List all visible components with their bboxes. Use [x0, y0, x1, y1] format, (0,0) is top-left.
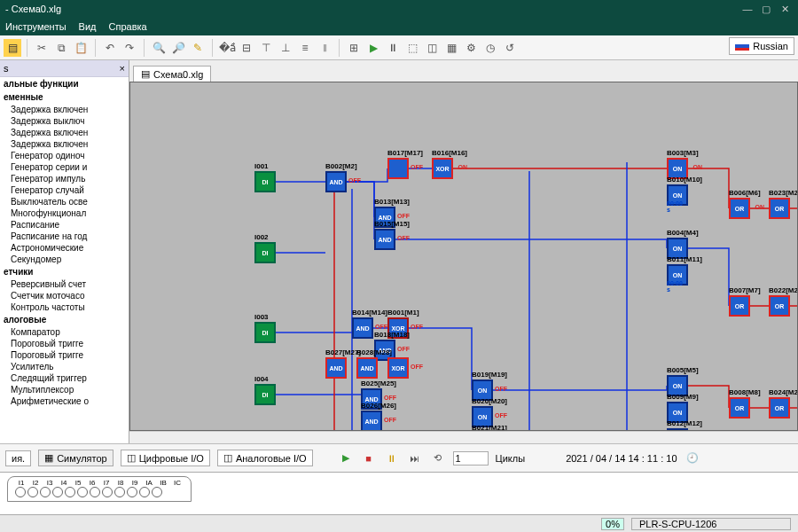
block-B016[interactable]: B016[M16]XORON	[432, 158, 453, 179]
io-led[interactable]	[65, 487, 75, 497]
sim-stop-icon[interactable]: ■	[361, 450, 377, 466]
block-I002[interactable]: I002DI	[254, 242, 276, 263]
block-B014[interactable]: B014[M14]ANDOFF	[352, 317, 373, 339]
side-item[interactable]: Секундомер	[0, 254, 129, 265]
copy-icon[interactable]: ⧉	[52, 39, 70, 57]
block-B007[interactable]: B007[M7]OR	[729, 295, 750, 317]
menu-view[interactable]: Вид	[79, 21, 97, 32]
side-item[interactable]: Задержка включен	[0, 127, 129, 138]
io-led[interactable]	[127, 487, 137, 497]
side-item[interactable]: Многофункционал	[0, 207, 129, 219]
cycles-input[interactable]	[453, 451, 489, 466]
new-icon[interactable]: ▤	[4, 39, 21, 57]
io-led[interactable]	[152, 487, 162, 497]
history-icon[interactable]: ↺	[501, 39, 519, 57]
block-B006[interactable]: B006[M6]ORON	[729, 198, 750, 219]
side-item[interactable]: Расписание	[0, 219, 129, 231]
menu-help[interactable]: Справка	[109, 21, 147, 32]
io-led[interactable]	[15, 487, 26, 497]
minimize-button[interactable]: —	[739, 4, 755, 14]
dist-v-icon[interactable]: ⦀	[316, 39, 333, 57]
run-icon[interactable]: ▶	[364, 39, 382, 57]
grid-icon[interactable]: ⊞	[345, 39, 363, 57]
io-led[interactable]	[90, 487, 100, 497]
table-icon[interactable]: ▦	[442, 39, 460, 57]
select-icon[interactable]: ⬚	[403, 39, 421, 57]
side-item[interactable]: Арифметические о	[0, 395, 129, 407]
block-I001[interactable]: I001DI	[254, 171, 276, 192]
side-item[interactable]: Контроль частоты	[0, 301, 129, 313]
block-B026[interactable]: B026[M26]ANDOFF	[361, 411, 382, 431]
block-B024[interactable]: B024[M24]OR	[769, 397, 790, 419]
align-r-icon[interactable]: ⊟	[238, 39, 255, 57]
canvas-scroll-h[interactable]	[129, 431, 798, 443]
align-l-icon[interactable]: �ầ	[218, 39, 236, 57]
block-B008[interactable]: B008[M8]OR	[729, 397, 750, 419]
block-B028[interactable]: B028[M28]AND	[356, 357, 378, 379]
simtab-analog-io[interactable]: ◫ Аналоговые I/O	[217, 450, 313, 466]
sim-play-icon[interactable]: ▶	[338, 450, 354, 466]
io-led[interactable]	[77, 487, 88, 497]
menu-tools[interactable]: Инструменты	[5, 21, 66, 32]
dist-h-icon[interactable]: ≡	[296, 39, 314, 57]
simtab-digital-io[interactable]: ◫ Цифровые I/O	[121, 450, 210, 466]
highlight-icon[interactable]: ✎	[189, 39, 207, 57]
block-B012[interactable]: B012[M12]ON	[667, 428, 688, 431]
block-B027[interactable]: B027[M27]AND	[325, 357, 347, 379]
io-led[interactable]	[102, 487, 113, 497]
block-I004[interactable]: I004DI	[254, 384, 276, 405]
simtab-iya[interactable]: ия.	[5, 450, 31, 466]
zoom-out-icon[interactable]: 🔎	[169, 39, 187, 57]
block-B011[interactable]: B011[M11]ON00:00 s	[667, 264, 688, 286]
block-B023[interactable]: B023[M23]OR	[769, 198, 790, 219]
io-led[interactable]	[114, 487, 125, 497]
sim-reset-icon[interactable]: ⟲	[430, 450, 446, 466]
zoom-in-icon[interactable]: 🔍	[150, 39, 168, 57]
chart-icon[interactable]: ◫	[423, 39, 441, 57]
maximize-button[interactable]: ▢	[758, 4, 774, 15]
side-item[interactable]: Генератор серии и	[0, 161, 129, 173]
side-item[interactable]: Расписание на год	[0, 231, 129, 242]
side-close-icon[interactable]: ×	[120, 63, 125, 74]
cut-icon[interactable]: ✂	[33, 39, 51, 57]
side-item[interactable]: Задержка выключ	[0, 115, 129, 127]
side-item[interactable]: Генератор импуль	[0, 173, 129, 184]
paste-icon[interactable]: 📋	[72, 39, 90, 57]
block-B002[interactable]: B002[M2]ANDOFF	[325, 171, 347, 192]
redo-icon[interactable]: ↷	[121, 39, 138, 57]
io-led[interactable]	[40, 487, 51, 497]
sim-step-icon[interactable]: ⏭	[407, 450, 423, 466]
side-item[interactable]: Пороговый тригге	[0, 338, 129, 349]
side-item[interactable]: Генератор одиноч	[0, 150, 129, 161]
side-item[interactable]: Задержка включен	[0, 138, 129, 150]
side-item[interactable]: Счетчик моточасо	[0, 290, 129, 301]
block-B015[interactable]: B015[M15]ANDOFF	[374, 229, 395, 250]
side-item[interactable]: Реверсивный счет	[0, 278, 129, 290]
io-led[interactable]	[139, 487, 150, 497]
close-button[interactable]: ✕	[777, 4, 793, 15]
schematic-canvas[interactable]: I001DII002DII003DII004DIB002[M2]ANDOFFB0…	[129, 82, 798, 431]
side-item[interactable]: Генератор случай	[0, 184, 129, 196]
io-led[interactable]	[27, 487, 38, 497]
side-item[interactable]: Усилитель	[0, 361, 129, 372]
block-B017[interactable]: B017[M17]OFF	[387, 158, 409, 179]
props-icon[interactable]: ⚙	[462, 39, 480, 57]
sim-clock-icon[interactable]: 🕘	[685, 450, 700, 466]
block-I003[interactable]: I003DI	[254, 322, 276, 343]
side-item[interactable]: Астрономические	[0, 242, 129, 254]
block-B010[interactable]: B010[M10]ON00:00 s	[667, 184, 688, 206]
align-b-icon[interactable]: ⊥	[277, 39, 294, 57]
align-t-icon[interactable]: ⊤	[257, 39, 275, 57]
language-selector[interactable]: Russian	[729, 37, 794, 55]
sim-pause-icon[interactable]: ⏸	[384, 450, 400, 466]
side-item[interactable]: Следящий триггер	[0, 372, 129, 384]
side-item[interactable]: Задержка включен	[0, 104, 129, 115]
undo-icon[interactable]: ↶	[101, 39, 119, 57]
clock-icon[interactable]: ◷	[481, 39, 499, 57]
side-item[interactable]: Мультиплексор	[0, 384, 129, 395]
io-led[interactable]	[52, 487, 63, 497]
block-B022[interactable]: B022[M22]OR	[769, 295, 790, 317]
tab-schema0[interactable]: ▤ Схема0.xlg	[133, 66, 211, 82]
side-item[interactable]: Компаратор	[0, 326, 129, 338]
block-B029[interactable]: XOROFF	[387, 357, 409, 379]
